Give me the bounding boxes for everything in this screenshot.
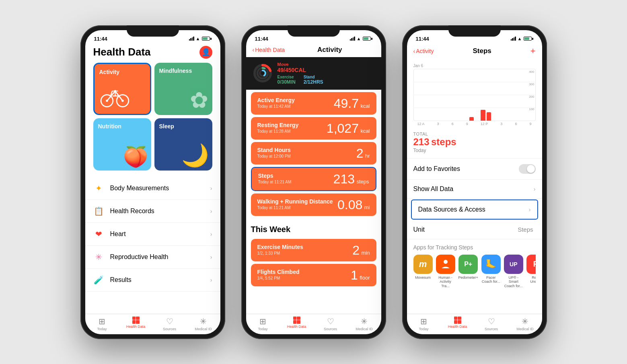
wifi-icon-2: ▲ — [357, 36, 361, 41]
resting-energy-label: Resting Energy — [257, 122, 299, 128]
exercise-stand-row: Exercise 0/30MIN Stand 2/12HRS — [278, 75, 375, 85]
activity-tile-label: Activity — [99, 69, 145, 75]
activity-tile[interactable]: Activity — [93, 63, 151, 115]
app-movesum[interactable]: m Movesum — [413, 255, 433, 288]
pedometer-label: Pedometer+ — [458, 276, 478, 280]
metric-active-energy[interactable]: Active Energy Today at 11:42 AM 49.7 kca… — [251, 92, 376, 115]
health-data-tab-icon-1 — [132, 317, 140, 324]
exercise-label: Exercise — [278, 75, 296, 79]
total-label: TOTAL — [413, 132, 536, 136]
svg-point-13 — [257, 68, 268, 78]
human-icon — [436, 255, 455, 274]
app-pedometer[interactable]: P+ Pedometer+ — [458, 255, 478, 288]
chart-bars-container — [414, 69, 535, 121]
metric-walking-distance[interactable]: Walking + Running Distance Today at 11:2… — [251, 193, 376, 216]
stand-hours-unit: hr — [365, 153, 370, 159]
flights-climbed-label: Flights Climbed — [257, 269, 300, 275]
add-button-3[interactable]: + — [530, 46, 536, 56]
y-label-400: 400 — [529, 70, 534, 74]
tab-sources-3[interactable]: ♡ Sources — [475, 317, 508, 331]
health-data-tab-label-3: Health Data — [448, 325, 467, 329]
tab-sources-1[interactable]: ♡ Sources — [153, 317, 187, 331]
resting-energy-unit: kcal — [360, 128, 370, 134]
sleep-tile[interactable]: Sleep 🌙 — [154, 118, 212, 171]
reco-label: Reco Unde... — [526, 276, 536, 284]
menu-data-sources[interactable]: Data Sources & Access › — [411, 199, 538, 220]
walking-distance-unit: mi — [364, 204, 370, 210]
back-button-3[interactable]: ‹ Activity — [413, 48, 434, 54]
phone-3-content: Jan 6 — [407, 60, 542, 334]
sleep-tile-label: Sleep — [159, 123, 208, 130]
bar-12 — [487, 112, 491, 120]
menu-heart[interactable]: ❤ Heart › — [85, 223, 220, 246]
tab-today-2[interactable]: ⊞ Today — [246, 317, 280, 331]
x-label-9p: 9 — [529, 122, 531, 126]
tab-health-data-3[interactable]: Health Data — [441, 317, 475, 331]
total-period: Today — [413, 148, 536, 153]
body-chevron-icon: › — [210, 185, 212, 191]
health-data-title: Health Data — [93, 46, 151, 58]
profile-icon[interactable]: 👤 — [199, 46, 212, 59]
tab-health-data-1[interactable]: Health Data — [119, 317, 153, 331]
phone-2-screen: 11:44 ▲ ‹ Health Data Activity — [246, 30, 381, 334]
nutrition-tile[interactable]: Nutrition 🍑 — [93, 118, 151, 171]
tab-medical-id-2[interactable]: ✳ Medical ID — [347, 317, 381, 331]
favorites-toggle[interactable] — [519, 164, 536, 174]
tab-health-data-2[interactable]: Health Data — [280, 317, 314, 331]
phone-1: 11:44 ▲ — [80, 25, 225, 339]
app-up[interactable]: UP UP® - Smart Coach for... — [504, 255, 523, 288]
stand-hours-time: Today at 12:00 PM — [257, 154, 291, 158]
body-measurements-icon: ✦ — [93, 183, 105, 194]
today-tab-label-2: Today — [258, 327, 267, 331]
sources-tab-label-3: Sources — [485, 327, 498, 331]
battery-icon-1 — [202, 37, 212, 41]
tab-medical-id-1[interactable]: ✳ Medical ID — [187, 317, 220, 331]
menu-unit[interactable]: Unit Steps — [407, 220, 542, 239]
menu-add-favorites[interactable]: Add to Favorites — [407, 158, 542, 180]
menu-health-records[interactable]: 📋 Health Records › — [85, 200, 220, 223]
medical-id-tab-icon-2: ✳ — [361, 317, 368, 326]
metric-resting-energy[interactable]: Resting Energy Today at 11:28 AM 1,027 k… — [251, 117, 376, 140]
metric-exercise-minutes[interactable]: Exercise Minutes 1/2, 1:33 PM 2 min — [251, 239, 376, 261]
results-chevron-icon: › — [210, 277, 212, 283]
status-icons-3: ▲ — [511, 36, 533, 41]
metric-steps[interactable]: Steps Today at 11:21 AM 213 steps — [251, 167, 376, 191]
move-value: 49/450CAL — [278, 67, 375, 73]
steps-label: Steps — [258, 173, 292, 179]
profile-symbol: 👤 — [201, 48, 210, 57]
unit-value: Steps — [518, 226, 533, 233]
tab-bar-2: ⊞ Today Health Data ♡ Sources — [246, 314, 381, 334]
tab-medical-id-3[interactable]: ✳ Medical ID — [508, 317, 542, 331]
bar-11 — [481, 110, 485, 121]
menu-results[interactable]: 🧪 Results › — [85, 269, 220, 292]
today-tab-label-1: Today — [97, 327, 107, 331]
metric-stand-hours[interactable]: Stand Hours Today at 12:00 PM 2 hr — [251, 142, 376, 165]
mindfulness-tile[interactable]: Mindfulness ✿ — [154, 63, 212, 115]
today-tab-icon-3: ⊞ — [420, 317, 427, 326]
x-label-6: 6 — [452, 122, 454, 126]
active-energy-label: Active Energy — [257, 97, 295, 103]
app-reco[interactable]: R Reco Unde... — [526, 255, 536, 288]
tab-sources-2[interactable]: ♡ Sources — [314, 317, 347, 331]
tab-today-3[interactable]: ⊞ Today — [407, 317, 441, 331]
flights-climbed-value-group: 1 floor — [351, 269, 370, 282]
menu-body-measurements[interactable]: ✦ Body Measurements › — [85, 177, 220, 200]
menu-show-all-data[interactable]: Show All Data › — [407, 180, 542, 199]
back-button-2[interactable]: ‹ Health Data — [253, 47, 285, 53]
today-tab-icon-2: ⊞ — [259, 317, 266, 326]
medical-id-tab-label-3: Medical ID — [516, 327, 534, 331]
steps-value: 213 — [333, 172, 355, 186]
human-label: Human - Activity Tra... — [436, 276, 455, 288]
app-human[interactable]: Human - Activity Tra... — [436, 255, 455, 288]
battery-icon-2 — [363, 37, 372, 41]
app-pacer[interactable]: 🦶 Pacer Coach for... — [481, 255, 501, 288]
menu-reproductive[interactable]: ✳ Reproductive Health › — [85, 246, 220, 269]
metric-flights-climbed[interactable]: Flights Climbed 1/4, 5:52 PM 1 floor — [251, 264, 376, 286]
reproductive-chevron-icon: › — [210, 254, 212, 260]
total-unit: steps — [431, 136, 456, 147]
moon-icon: 🌙 — [181, 142, 209, 169]
tab-today-1[interactable]: ⊞ Today — [85, 317, 119, 331]
y-label-300: 300 — [529, 82, 534, 86]
movesum-label: Movesum — [415, 276, 431, 280]
phone-1-screen: 11:44 ▲ — [85, 30, 220, 334]
